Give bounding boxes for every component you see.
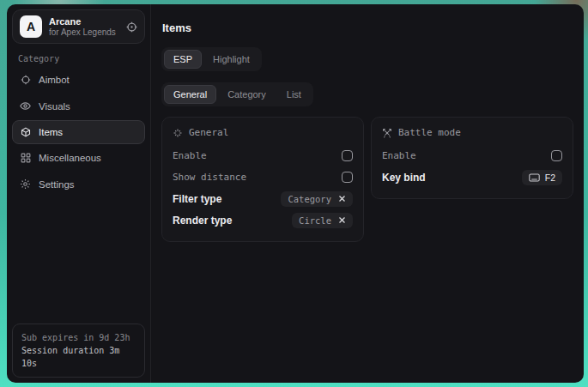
show-distance-checkbox[interactable]	[342, 172, 353, 183]
sidebar-item-miscellaneous[interactable]: Miscellaneous	[12, 146, 145, 170]
sidebar-nav: Aimbot Visuals Items	[7, 67, 150, 197]
sub-expires-text: Sub expires in 9d 23h	[21, 331, 136, 344]
panel-title: General	[189, 127, 228, 138]
page-title: Items	[162, 21, 573, 34]
sidebar-item-label: Settings	[39, 179, 75, 190]
sidebar-item-label: Miscellaneous	[39, 153, 101, 163]
render-type-value: Circle	[299, 215, 331, 226]
setting-label: Key bind	[382, 172, 426, 184]
eye-icon	[20, 100, 31, 112]
main-content: Items ESP Highlight General Category Lis…	[151, 4, 584, 383]
clear-icon[interactable]	[338, 216, 346, 224]
swords-icon	[382, 128, 392, 138]
keyboard-icon	[529, 173, 540, 182]
general-panel-header: General	[173, 127, 353, 138]
session-card: Sub expires in 9d 23h Session duration 3…	[12, 324, 145, 378]
sidebar-item-settings[interactable]: Settings	[12, 172, 145, 197]
brand-logo: A	[20, 15, 42, 38]
sidebar-item-label: Items	[39, 127, 63, 137]
setting-row-enable: Enable	[382, 145, 562, 166]
setting-label: Filter type	[173, 193, 221, 205]
brand-name: Arcane	[49, 16, 119, 27]
key-bind-button[interactable]: F2	[522, 170, 562, 185]
target-icon[interactable]	[126, 21, 137, 33]
crosshair-icon	[20, 75, 31, 85]
tab-category[interactable]: Category	[218, 85, 276, 104]
panel-title: Battle mode	[398, 127, 461, 138]
setting-label: Show distance	[173, 172, 246, 183]
setting-label: Render type	[173, 215, 232, 227]
sidebar-item-visuals[interactable]: Visuals	[12, 94, 145, 118]
setting-row-render-type: Render type Circle	[173, 209, 353, 231]
panels-row: General Enable Show distance Filter type…	[161, 117, 573, 242]
grid-icon	[20, 153, 31, 163]
brand-card: A Arcane for Apex Legends	[12, 9, 145, 44]
sidebar-item-label: Aimbot	[39, 75, 70, 85]
tab-esp[interactable]: ESP	[164, 50, 202, 69]
category-label: Category	[18, 54, 150, 63]
tab-highlight[interactable]: Highlight	[203, 50, 259, 69]
gear-icon	[20, 178, 31, 190]
filter-type-select[interactable]: Category	[281, 191, 353, 207]
battle-mode-panel-header: Battle mode	[382, 127, 562, 138]
clear-icon[interactable]	[338, 195, 346, 203]
sidebar-item-label: Visuals	[39, 101, 70, 112]
setting-label: Enable	[382, 150, 416, 161]
sub-tab-group: General Category List	[161, 82, 313, 106]
sidebar-item-items[interactable]: Items	[12, 120, 145, 144]
sparkle-icon	[173, 128, 183, 138]
box-icon	[20, 127, 31, 137]
sidebar: A Arcane for Apex Legends Category	[7, 4, 151, 383]
general-panel: General Enable Show distance Filter type…	[161, 117, 364, 242]
setting-row-key-bind: Key bind F2	[382, 166, 562, 188]
app-window: A Arcane for Apex Legends Category	[7, 4, 584, 383]
mode-tab-group: ESP Highlight	[161, 47, 262, 71]
session-duration-text: Session duration 3m 10s	[21, 344, 136, 370]
battle-mode-panel: Battle mode Enable Key bind F2	[371, 117, 573, 199]
tab-list[interactable]: List	[277, 85, 311, 104]
battle-enable-checkbox[interactable]	[551, 150, 562, 161]
enable-checkbox[interactable]	[342, 150, 353, 161]
tab-general[interactable]: General	[164, 85, 216, 104]
setting-row-filter-type: Filter type Category	[173, 188, 353, 209]
sidebar-item-aimbot[interactable]: Aimbot	[12, 68, 145, 92]
render-type-select[interactable]: Circle	[292, 213, 353, 228]
setting-label: Enable	[173, 150, 207, 161]
setting-row-enable: Enable	[173, 145, 353, 166]
setting-row-show-distance: Show distance	[173, 166, 353, 188]
filter-type-value: Category	[288, 194, 331, 204]
brand-subtitle: for Apex Legends	[49, 27, 119, 38]
brand-text: Arcane for Apex Legends	[49, 16, 119, 38]
key-bind-value: F2	[545, 172, 555, 183]
